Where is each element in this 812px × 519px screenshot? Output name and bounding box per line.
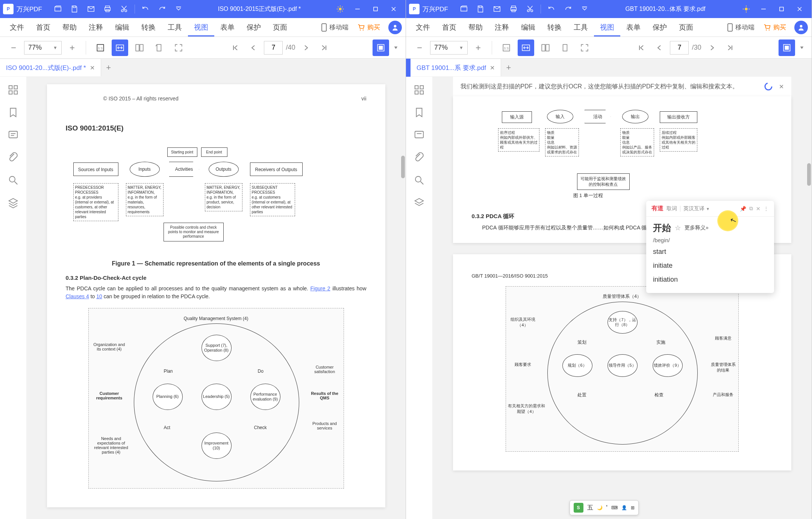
undo-icon[interactable] xyxy=(137,0,154,18)
tab-add-button[interactable]: + xyxy=(501,63,516,73)
menu-edit[interactable]: 编辑 xyxy=(109,18,135,36)
menu-form[interactable]: 表单 xyxy=(214,18,241,36)
menu-tools[interactable]: 工具 xyxy=(568,18,594,36)
undo-icon[interactable] xyxy=(543,0,560,18)
fullscreen-button[interactable] xyxy=(170,39,187,56)
link-10[interactable]: 10 xyxy=(96,293,102,299)
thumbnails-icon[interactable] xyxy=(414,84,425,96)
menu-file[interactable]: 文件 xyxy=(410,18,436,36)
menu-file[interactable]: 文件 xyxy=(4,18,30,36)
more-icon[interactable] xyxy=(170,0,187,18)
sun-icon[interactable] xyxy=(332,0,348,18)
tab-handle[interactable] xyxy=(406,59,411,77)
prev-page-button[interactable] xyxy=(246,44,261,51)
user-avatar[interactable] xyxy=(794,21,808,34)
more-definitions-link[interactable]: 更多释义» xyxy=(685,225,709,231)
open-icon[interactable] xyxy=(456,0,472,18)
buy-button[interactable]: 购买 xyxy=(353,23,385,32)
zoom-level[interactable]: 77%▼ xyxy=(24,41,62,55)
link-clauses-4[interactable]: Clauses 4 xyxy=(66,293,89,299)
menu-annotate[interactable]: 注释 xyxy=(83,18,109,36)
copy-icon[interactable]: ⧉ xyxy=(749,205,753,212)
close-button[interactable] xyxy=(791,0,809,18)
search-icon[interactable] xyxy=(8,175,19,186)
ime-moon-icon[interactable]: 🌙 xyxy=(597,505,603,510)
page-number-input[interactable] xyxy=(264,41,283,55)
menu-help[interactable]: 帮助 xyxy=(462,18,489,36)
last-page-button[interactable] xyxy=(317,44,332,51)
zoom-out-button[interactable]: − xyxy=(412,40,427,55)
maximize-button[interactable] xyxy=(367,0,385,18)
rotate-button[interactable] xyxy=(557,39,573,56)
first-page-button[interactable] xyxy=(228,44,243,51)
zoom-out-button[interactable]: − xyxy=(6,40,21,55)
ime-toolbar[interactable]: S 五 🌙 ' ⌨ 👤 ⊞ xyxy=(570,500,639,515)
view-more-button[interactable] xyxy=(798,39,806,56)
save-icon[interactable] xyxy=(472,0,489,18)
ime-keyboard-icon[interactable]: ⌨ xyxy=(611,505,618,510)
cut-icon[interactable] xyxy=(116,0,132,18)
sun-icon[interactable] xyxy=(738,0,754,18)
menu-protect[interactable]: 保护 xyxy=(241,18,267,36)
mail-icon[interactable] xyxy=(83,0,99,18)
menu-home[interactable]: 首页 xyxy=(436,18,462,36)
document-tab[interactable]: GBT 19001...系 要求.pdf ✕ xyxy=(411,59,501,76)
bookmark-icon[interactable] xyxy=(8,107,19,118)
search-icon[interactable] xyxy=(414,175,425,186)
more-icon[interactable] xyxy=(576,0,593,18)
pin-icon[interactable]: 📌 xyxy=(740,206,746,212)
menu-view[interactable]: 视图 xyxy=(188,18,214,36)
menu-tools[interactable]: 工具 xyxy=(162,18,188,36)
favorite-star-icon[interactable]: ☆ xyxy=(675,224,681,232)
layers-icon[interactable] xyxy=(414,197,425,208)
thumbnails-icon[interactable] xyxy=(8,84,19,96)
prev-page-button[interactable] xyxy=(652,44,667,51)
two-page-button[interactable] xyxy=(537,39,554,56)
tab-add-button[interactable]: + xyxy=(101,63,116,73)
menu-page[interactable]: 页面 xyxy=(267,18,293,36)
menu-page[interactable]: 页面 xyxy=(673,18,699,36)
mobile-link[interactable]: 移动端 xyxy=(317,23,353,32)
link-figure-2[interactable]: Figure 2 xyxy=(311,285,330,291)
fit-width-button[interactable] xyxy=(518,39,534,56)
fit-actual-button[interactable]: 1:1 xyxy=(498,39,515,56)
menu-convert[interactable]: 转换 xyxy=(541,18,568,36)
print-icon[interactable] xyxy=(99,0,116,18)
user-avatar[interactable] xyxy=(388,21,402,34)
minimize-button[interactable] xyxy=(348,0,367,18)
fit-width-button[interactable] xyxy=(112,39,128,56)
document-viewport[interactable]: 我们检测到这是扫描的PDF，建议您执行OCR，这使您能够从扫描的PDF文档中复制… xyxy=(432,77,812,519)
mobile-link[interactable]: 移动端 xyxy=(723,23,759,32)
zoom-in-button[interactable]: + xyxy=(65,40,80,55)
next-page-button[interactable] xyxy=(704,44,720,51)
document-tab[interactable]: ISO 9001-20...式版(E)-.pdf * ✕ xyxy=(0,59,101,76)
comments-icon[interactable] xyxy=(414,129,425,141)
read-mode-button[interactable] xyxy=(779,39,795,56)
mail-icon[interactable] xyxy=(489,0,505,18)
attachments-icon[interactable] xyxy=(8,152,19,163)
scrollbar-thumb[interactable] xyxy=(807,163,811,186)
zoom-in-button[interactable]: + xyxy=(471,40,486,55)
menu-view[interactable]: 视图 xyxy=(594,18,620,36)
ime-grid-icon[interactable]: ⊞ xyxy=(631,505,635,510)
first-page-button[interactable] xyxy=(634,44,649,51)
document-viewport[interactable]: © ISO 2015 – All rights reserved vii ISO… xyxy=(26,77,406,519)
menu-edit[interactable]: 编辑 xyxy=(515,18,541,36)
fullscreen-button[interactable] xyxy=(576,39,593,56)
tab-close-button[interactable]: ✕ xyxy=(90,64,95,71)
last-page-button[interactable] xyxy=(723,44,738,51)
scrollbar-thumb[interactable] xyxy=(401,156,405,178)
two-page-button[interactable] xyxy=(131,39,148,56)
layers-icon[interactable] xyxy=(8,197,19,208)
rotate-button[interactable] xyxy=(151,39,167,56)
menu-form[interactable]: 表单 xyxy=(620,18,647,36)
popup-menu-icon[interactable]: ⋮ xyxy=(764,206,769,212)
menu-convert[interactable]: 转换 xyxy=(135,18,162,36)
close-button[interactable] xyxy=(385,0,403,18)
cut-icon[interactable] xyxy=(522,0,538,18)
popup-close-icon[interactable]: ✕ xyxy=(756,206,760,212)
comments-icon[interactable] xyxy=(8,129,19,141)
tab-close-button[interactable]: ✕ xyxy=(490,64,495,71)
redo-icon[interactable] xyxy=(560,0,576,18)
fit-actual-button[interactable]: 1:1 xyxy=(92,39,109,56)
